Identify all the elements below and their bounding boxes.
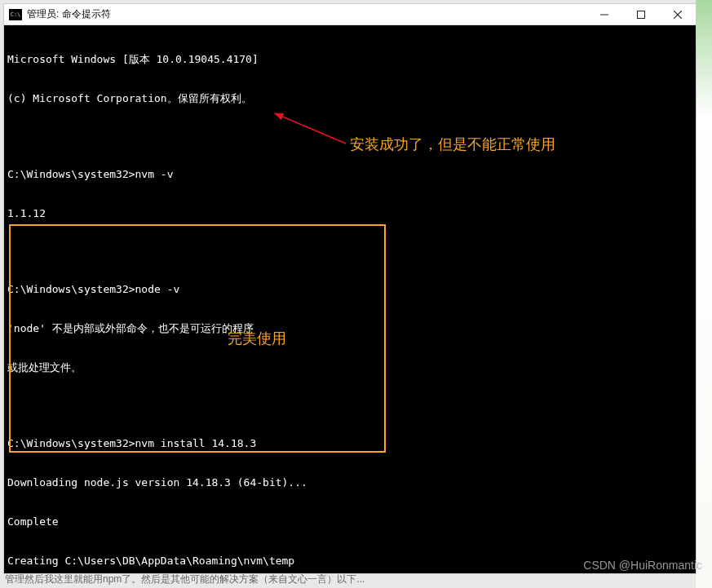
titlebar-text: 管理员: 命令提示符 bbox=[27, 7, 586, 21]
annotation-arrow-icon bbox=[268, 107, 350, 148]
annotation-text-1: 安装成功了，但是不能正常使用 bbox=[350, 138, 555, 151]
console-line: C:\Windows\system32>nvm install 14.18.3 bbox=[7, 437, 692, 450]
minimize-button[interactable] bbox=[586, 4, 622, 25]
console-line: 'node' 不是内部或外部命令，也不是可运行的程序 bbox=[7, 322, 692, 335]
console-line: (c) Microsoft Corporation。保留所有权利。 bbox=[7, 92, 692, 105]
console-line: C:\Windows\system32>node -v bbox=[7, 283, 692, 296]
maximize-button[interactable] bbox=[622, 4, 659, 25]
cmd-icon bbox=[9, 9, 22, 20]
console-line: 或批处理文件。 bbox=[7, 361, 692, 374]
window-controls bbox=[586, 4, 696, 24]
console-line bbox=[7, 246, 692, 257]
console-output[interactable]: Microsoft Windows [版本 10.0.19045.4170] (… bbox=[4, 25, 696, 573]
console-line bbox=[7, 400, 692, 411]
background-strip bbox=[696, 0, 712, 588]
titlebar[interactable]: 管理员: 命令提示符 bbox=[4, 4, 696, 25]
command-prompt-window: 管理员: 命令提示符 Microsoft Windows [版本 10.0.19… bbox=[3, 3, 697, 574]
svg-rect-1 bbox=[637, 11, 644, 19]
watermark: CSDN @HuiRonmantic bbox=[583, 559, 702, 572]
background-text: 管理然后我这里就能用npm了。然后是其他可能的解决方案（来自文心一言）以下... bbox=[5, 573, 365, 586]
annotation-text-2: 完美使用 bbox=[228, 332, 286, 345]
console-line: Microsoft Windows [版本 10.0.19045.4170] bbox=[7, 53, 692, 66]
console-line: Downloading node.js version 14.18.3 (64-… bbox=[7, 476, 692, 489]
close-button[interactable] bbox=[659, 4, 696, 25]
highlight-box bbox=[9, 224, 386, 453]
console-line: 1.1.12 bbox=[7, 207, 692, 220]
console-line: C:\Windows\system32>nvm -v bbox=[7, 168, 692, 181]
console-line: Complete bbox=[7, 515, 692, 528]
